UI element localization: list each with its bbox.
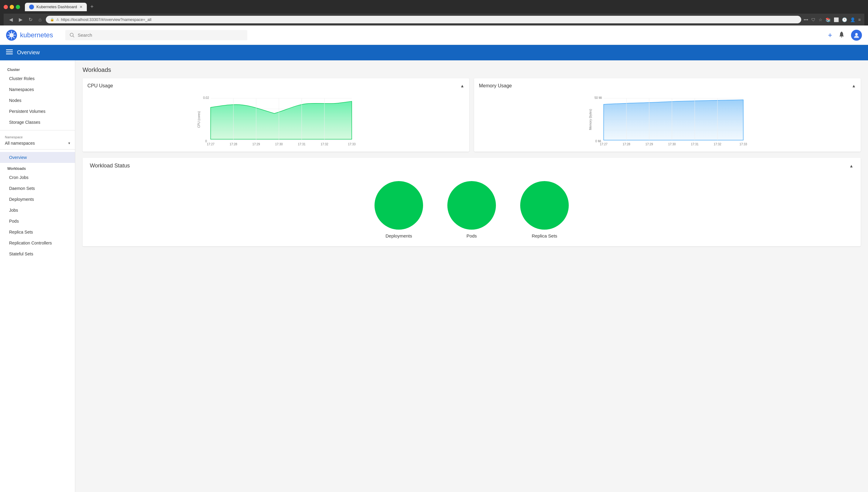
memory-chart-title: Memory Usage xyxy=(479,83,512,89)
cpu-chart-collapse-button[interactable]: ▲ xyxy=(460,83,464,88)
cpu-chart-svg: 0.02 0 CPU (cores) xyxy=(88,92,464,147)
svg-text:17:28: 17:28 xyxy=(230,143,237,146)
workload-status-collapse-button[interactable]: ▲ xyxy=(849,164,853,168)
sidebar-item-namespaces[interactable]: Namespaces xyxy=(0,84,75,95)
sidebar-item-cron-jobs[interactable]: Cron Jobs xyxy=(0,172,75,183)
pods-status-circle xyxy=(448,181,496,230)
back-button[interactable]: ◀ xyxy=(7,16,15,24)
workload-status-circles: Deployments Pods Replica Sets xyxy=(90,175,853,242)
svg-text:50 Mi: 50 Mi xyxy=(595,96,602,99)
tabs-icon[interactable]: ⬜ xyxy=(834,17,839,22)
svg-text:17:33: 17:33 xyxy=(348,143,355,146)
search-bar[interactable] xyxy=(65,30,247,40)
svg-line-11 xyxy=(73,36,74,37)
svg-text:17:32: 17:32 xyxy=(714,143,721,146)
sidebar-item-replica-sets[interactable]: Replica Sets xyxy=(0,227,75,238)
workload-status-card: Workload Status ▲ Deployments Pods Repli… xyxy=(82,158,861,246)
deployments-label: Deployments xyxy=(385,233,412,239)
sidebar-item-stateful-sets[interactable]: Stateful Sets xyxy=(0,248,75,259)
sidebar-divider xyxy=(0,130,75,130)
cluster-section-title: Cluster xyxy=(0,64,75,73)
sidebar-item-jobs[interactable]: Jobs xyxy=(0,205,75,216)
sidebar-item-replication-controllers[interactable]: Replication Controllers xyxy=(0,238,75,248)
sidebar-item-daemon-sets[interactable]: Daemon Sets xyxy=(0,183,75,194)
hamburger-menu-button[interactable] xyxy=(6,49,13,57)
browser-menu-button[interactable]: ••• xyxy=(804,17,808,22)
sidebar-item-persistent-volumes[interactable]: Persistent Volumes xyxy=(0,106,75,117)
sidebar-item-pods[interactable]: Pods xyxy=(0,216,75,227)
sidebar-item-overview[interactable]: Overview xyxy=(0,152,75,163)
add-button[interactable]: + xyxy=(828,31,832,40)
sidebar-item-nodes[interactable]: Nodes xyxy=(0,95,75,106)
app-logo: kubernetes xyxy=(6,30,53,41)
namespace-value: All namespaces xyxy=(5,141,68,146)
main-layout: Cluster Cluster Roles Namespaces Nodes P… xyxy=(0,60,868,492)
minimize-dot[interactable] xyxy=(10,5,14,9)
tab-favicon xyxy=(29,4,34,9)
home-button[interactable]: ⌂ xyxy=(37,16,43,24)
pods-label: Pods xyxy=(466,233,477,239)
namespace-label: Namespace xyxy=(0,133,75,140)
bookmark-icon[interactable]: ☆ xyxy=(819,17,822,22)
url-text: https://localhost:33307/#/overview?names… xyxy=(61,17,151,22)
svg-rect-16 xyxy=(6,54,13,55)
profile-icon[interactable]: 👤 xyxy=(850,17,855,22)
svg-text:17:33: 17:33 xyxy=(739,143,747,146)
svg-text:17:27: 17:27 xyxy=(207,143,214,146)
cpu-chart-title: CPU Usage xyxy=(88,83,113,89)
browser-tab[interactable]: Kubernetes Dashboard ✕ xyxy=(25,3,87,11)
workloads-section-title: Workloads xyxy=(0,163,75,172)
search-input[interactable] xyxy=(78,32,243,38)
svg-text:17:29: 17:29 xyxy=(645,143,653,146)
tab-close-button[interactable]: ✕ xyxy=(79,5,82,9)
sidebar-item-deployments[interactable]: Deployments xyxy=(0,194,75,205)
history-icon[interactable]: 🕐 xyxy=(842,17,847,22)
svg-text:17:32: 17:32 xyxy=(320,143,328,146)
library-icon[interactable]: 📚 xyxy=(825,17,831,22)
new-tab-button[interactable]: + xyxy=(88,2,96,11)
svg-point-1 xyxy=(9,33,14,37)
kubernetes-logo-icon xyxy=(6,30,17,41)
workload-status-title: Workload Status xyxy=(90,163,130,169)
section-title: Overview xyxy=(17,49,40,56)
svg-text:17:30: 17:30 xyxy=(275,143,283,146)
warning-icon: ⚠ xyxy=(56,18,59,22)
deployments-status-item: Deployments xyxy=(375,181,423,239)
svg-text:17:30: 17:30 xyxy=(668,143,676,146)
section-header: Overview xyxy=(0,45,868,60)
pods-status-item: Pods xyxy=(448,181,496,239)
content-area: Workloads CPU Usage ▲ 0.02 0 CPU (cores) xyxy=(75,60,868,492)
svg-text:17:27: 17:27 xyxy=(600,143,607,146)
svg-rect-15 xyxy=(6,52,13,52)
memory-chart-header: Memory Usage ▲ xyxy=(479,83,856,89)
address-bar[interactable]: 🔒 ⚠ https://localhost:33307/#/overview?n… xyxy=(46,16,801,23)
sidebar-divider-2 xyxy=(0,149,75,150)
cpu-chart-container: 0.02 0 CPU (cores) xyxy=(88,92,464,147)
replica-sets-status-item: Replica Sets xyxy=(520,181,569,239)
sidebar-item-cluster-roles[interactable]: Cluster Roles xyxy=(0,73,75,84)
user-icon xyxy=(853,32,860,39)
svg-text:17:31: 17:31 xyxy=(691,143,698,146)
replica-sets-label: Replica Sets xyxy=(532,233,557,239)
svg-text:0.02: 0.02 xyxy=(203,96,209,99)
notifications-button[interactable] xyxy=(838,31,845,39)
replica-sets-status-circle xyxy=(520,181,569,230)
maximize-dot[interactable] xyxy=(16,5,20,9)
memory-chart-svg: 50 Mi 0 Mi Memory (bytes) xyxy=(479,92,856,147)
memory-chart-container: 50 Mi 0 Mi Memory (bytes) xyxy=(479,92,856,147)
user-avatar-button[interactable] xyxy=(851,30,862,41)
workload-status-header: Workload Status ▲ xyxy=(90,163,853,169)
sidebar-item-storage-classes[interactable]: Storage Classes xyxy=(0,117,75,128)
content-title: Workloads xyxy=(82,67,861,73)
app-header: kubernetes + xyxy=(0,25,868,45)
extensions-icon[interactable]: ≡ xyxy=(858,17,861,22)
namespace-selector[interactable]: All namespaces ▾ xyxy=(0,140,75,147)
charts-row: CPU Usage ▲ 0.02 0 CPU (cores) xyxy=(82,78,861,152)
svg-text:17:29: 17:29 xyxy=(252,143,260,146)
sidebar: Cluster Cluster Roles Namespaces Nodes P… xyxy=(0,60,75,492)
close-dot[interactable] xyxy=(4,5,8,9)
refresh-button[interactable]: ↻ xyxy=(27,16,34,24)
tab-title: Kubernetes Dashboard xyxy=(37,4,77,9)
forward-button[interactable]: ▶ xyxy=(17,16,24,24)
memory-chart-collapse-button[interactable]: ▲ xyxy=(852,83,856,88)
